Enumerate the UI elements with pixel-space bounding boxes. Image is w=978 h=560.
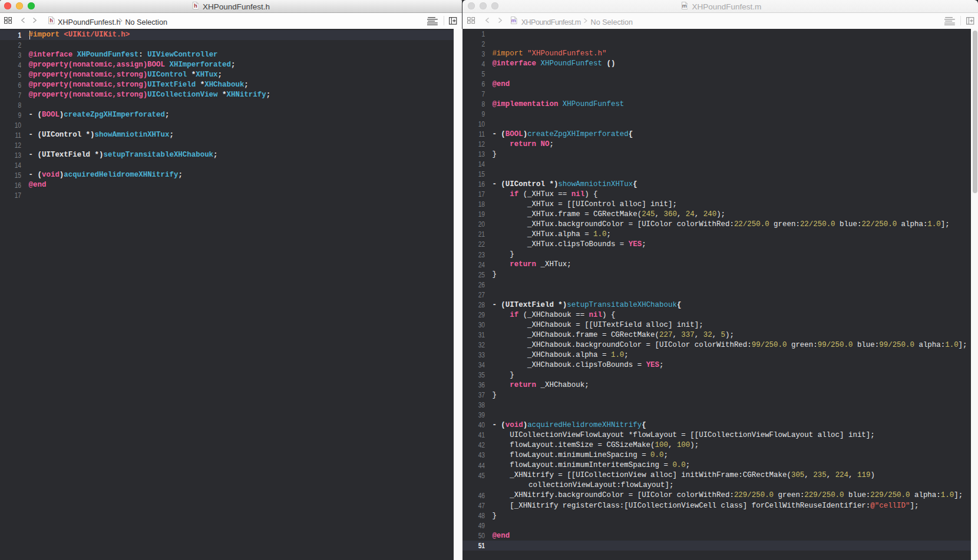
svg-text:m: m <box>511 18 516 24</box>
svg-text:h: h <box>194 4 197 9</box>
svg-text:m: m <box>682 4 686 9</box>
svg-text:h: h <box>49 18 53 24</box>
